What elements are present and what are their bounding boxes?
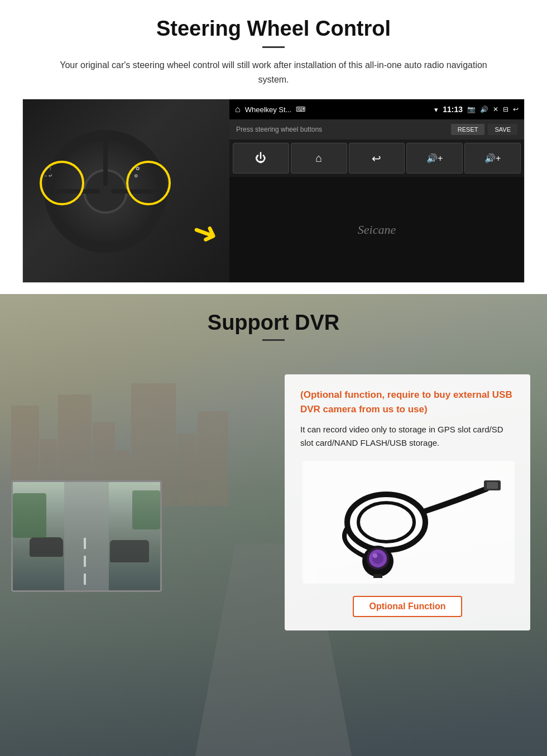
car-silhouette-right [110,540,149,562]
dvr-content-area: Support DVR [0,294,547,737]
svg-point-10 [367,547,389,570]
preview-road [64,482,109,590]
cast-icon: ⊟ [503,105,508,113]
dvr-camera-preview [11,480,162,592]
back-icon: ↩ [513,105,519,113]
dvr-left-panel [11,358,167,592]
sw-spoke-top [103,141,108,186]
dvr-optional-badge-container: Optional Function [300,587,515,617]
grid-btn-vol-up[interactable]: 🔊+ [406,143,463,174]
seicane-watermark-dvr: Seicane [0,748,547,756]
home-icon: ⌂ [235,104,241,114]
dash-3 [84,574,86,585]
road-markings [84,538,86,585]
wheelkey-bar: Press steering wheel buttons RESET SAVE [229,119,524,139]
grid-btn-back[interactable]: ↩ [349,143,405,174]
svg-point-1 [358,503,414,542]
svg-rect-8 [373,574,382,578]
status-title: Wheelkey St... [245,105,292,114]
svg-rect-3 [487,482,498,489]
status-time: 11:13 [443,105,463,114]
grid-btn-power[interactable]: ⏻ [233,143,289,174]
wheelkey-buttons: RESET SAVE [451,124,517,135]
optional-function-badge: Optional Function [353,596,463,617]
seicane-watermark-steering: Seicane [229,177,524,282]
grid-btn-home[interactable]: ⌂ [291,143,347,174]
dvr-camera-svg [314,466,503,578]
wheelkey-label: Press steering wheel buttons [236,126,322,133]
reset-button[interactable]: RESET [451,124,485,135]
steering-section: Steering Wheel Control Your original car… [0,0,547,294]
steering-composite: ➜ + ↑− ↵ ↑ ✿⊕ ⌂ Wheelkey St... ⌨ ▾ 11:13 [22,99,525,283]
dvr-description: It can record video only to storage in G… [300,423,515,450]
car-silhouette-left [30,537,63,557]
dvr-right-panel: (Optional function, require to buy exter… [179,374,530,630]
grid-btn-vol-up-2[interactable]: 🔊+ [464,143,521,174]
close-icon: ✕ [493,105,498,113]
dvr-optional-text: (Optional function, require to buy exter… [300,388,515,416]
steering-photo: ➜ + ↑− ↵ ↑ ✿⊕ [23,99,229,283]
steering-buttons-grid: ⏻ ⌂ ↩ 🔊+ 🔊+ [229,139,524,177]
yellow-arrow-icon: ➜ [187,211,223,253]
status-right-area: ▾ 11:13 📷 🔊 ✕ ⊟ ↩ [434,105,519,114]
status-left-area: ⌂ Wheelkey St... ⌨ [235,104,305,114]
save-button[interactable]: SAVE [488,124,517,135]
wifi-icon: ▾ [434,105,438,114]
dvr-info-box: (Optional function, require to buy exter… [285,374,530,630]
title-divider [262,46,285,48]
volume-icon: 🔊 [480,105,488,113]
android-screen: ⌂ Wheelkey St... ⌨ ▾ 11:13 📷 🔊 ✕ ⊟ ↩ Pre… [229,99,524,282]
steering-title: Steering Wheel Control [22,17,525,41]
dvr-divider [262,339,285,341]
dvr-product-image [303,461,515,584]
greenery-left [13,493,46,538]
right-buttons-label: ↑ ✿⊕ [132,165,140,179]
dvr-section: Support DVR [0,294,547,756]
status-bar: ⌂ Wheelkey St... ⌨ ▾ 11:13 📷 🔊 ✕ ⊟ ↩ [229,99,524,119]
steering-subtitle: Your original car's steering wheel contr… [56,58,491,86]
dash-2 [84,556,86,567]
dvr-layout: (Optional function, require to buy exter… [0,358,547,737]
button-row-1: ⏻ ⌂ ↩ 🔊+ 🔊+ [233,143,521,174]
dvr-title: Support DVR [0,311,547,335]
usb-icon: ⌨ [296,105,305,113]
greenery-right [132,490,160,529]
left-buttons-label: + ↑− ↵ [44,165,53,179]
camera-icon: 📷 [467,105,476,113]
dash-1 [84,538,86,549]
